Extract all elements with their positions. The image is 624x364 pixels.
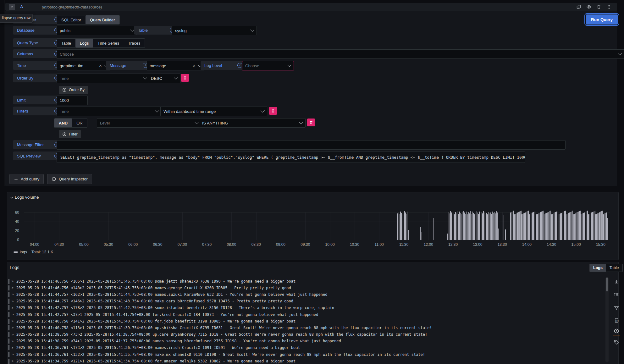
limit-input[interactable] [57, 96, 88, 105]
volume-bar [513, 211, 514, 240]
add-filter-button[interactable]: Filter [59, 130, 81, 138]
log-row[interactable]: > 2025-05-28 15:41:38.759 <74>1 2025-05-… [7, 338, 605, 345]
database-select[interactable]: public [57, 26, 137, 35]
expand-log-chevron-icon[interactable]: > [12, 299, 14, 303]
log-row[interactable]: > 2025-05-28 15:41:46.756 <105>1 2025-05… [7, 278, 605, 284]
expand-log-chevron-icon[interactable]: > [12, 319, 14, 323]
volume-bar [460, 213, 461, 240]
log-row[interactable]: > 2025-05-28 15:41:46.756 <148>2 2025-05… [7, 284, 605, 291]
query-type-table[interactable]: Table [57, 39, 75, 47]
remove-filter-button[interactable] [269, 107, 277, 115]
log-level-select[interactable]: Choose [242, 61, 294, 70]
query-inspector-button[interactable]: Query inspector [47, 174, 92, 184]
message-column-select[interactable]: message ✕ [146, 61, 204, 70]
query-type-traces[interactable]: Traces [124, 39, 145, 47]
volume-bar [457, 211, 457, 240]
duplicate-query-icon[interactable] [576, 4, 581, 9]
x-tick-label: 13:00 [471, 242, 484, 247]
log-row[interactable]: > 2025-05-28 15:41:44.757 <162>1 2025-05… [7, 291, 605, 298]
volume-bar [601, 211, 602, 240]
order-by-field-select[interactable]: Time [57, 74, 150, 83]
expand-log-chevron-icon[interactable]: > [12, 279, 14, 283]
condition-operator-select[interactable]: IS ANYTHING [199, 118, 306, 128]
volume-bar [570, 212, 571, 240]
explore-page: A (info8fcc-greptimedb-datasource) pe i … [0, 0, 624, 364]
expand-log-chevron-icon[interactable]: > [12, 292, 14, 296]
collapse-query-row-button[interactable] [9, 4, 15, 10]
volume-bar [551, 214, 552, 240]
volume-bar [495, 213, 496, 240]
query-ref-id[interactable]: A [20, 4, 23, 9]
labels-tag-icon[interactable] [614, 339, 619, 345]
scroll-to-bottom-icon[interactable] [614, 279, 619, 285]
info-icon[interactable]: i [237, 63, 242, 68]
expand-log-chevron-icon[interactable]: > [12, 306, 14, 310]
expand-log-chevron-icon[interactable]: > [12, 359, 14, 363]
condition-field-select[interactable]: Level [97, 118, 201, 128]
message-filter-input[interactable] [57, 140, 566, 150]
log-row[interactable]: > 2025-05-28 15:41:40.758 <141>2 2025-05… [7, 318, 605, 324]
time-column-select[interactable]: greptime_tim... ✕ [57, 61, 111, 70]
volume-bar [564, 211, 565, 240]
volume-bar [472, 212, 473, 240]
filter-funnel-icon[interactable] [614, 305, 619, 311]
expand-log-chevron-icon[interactable]: > [12, 286, 14, 290]
or-option[interactable]: OR [72, 119, 87, 127]
x-tick-label: 06:30 [151, 242, 165, 247]
query-type-time-series[interactable]: Time Series [93, 39, 124, 47]
log-details-icon[interactable]: LOG [614, 317, 619, 323]
log-row[interactable]: > 2025-05-28 15:41:38.759 <73>2 2025-05-… [7, 331, 605, 338]
remove-condition-button[interactable] [307, 119, 315, 126]
x-gridline [231, 212, 232, 240]
logs-volume-chart[interactable]: 020406004:0004:3005:0005:3006:0006:3007:… [7, 192, 618, 260]
hide-response-eye-icon[interactable] [586, 4, 591, 9]
expand-log-chevron-icon[interactable]: > [12, 339, 14, 343]
toggle-logs[interactable]: Logs [590, 264, 606, 272]
run-query-button[interactable]: Run Query [586, 14, 618, 25]
drag-handle-icon[interactable] [606, 4, 611, 9]
volume-bar [559, 214, 559, 240]
log-row[interactable]: > 2025-05-28 15:41:42.757 <178>2 2025-05… [7, 305, 605, 311]
x-tick-label: 13:30 [495, 242, 509, 247]
expand-log-chevron-icon[interactable]: > [12, 326, 14, 330]
and-option[interactable]: AND [54, 119, 72, 127]
legend-series-name[interactable]: logs [20, 250, 27, 254]
logs-scrollbar[interactable] [605, 277, 609, 362]
order-by-direction-select[interactable]: DESC [148, 74, 180, 83]
volume-bar [545, 213, 546, 240]
expand-log-chevron-icon[interactable]: > [12, 346, 14, 350]
tab-sql-editor[interactable]: SQL Editor [57, 15, 86, 24]
scrollbar-thumb[interactable] [606, 278, 608, 291]
oldest-first-sort-icon[interactable] [614, 292, 619, 297]
remove-query-trash-icon[interactable] [596, 4, 601, 9]
log-row[interactable]: > 2025-05-28 15:41:34.759 <121>1 2025-05… [7, 358, 605, 364]
table-select[interactable]: syslog [172, 26, 257, 35]
x-gridline [330, 212, 330, 240]
clear-value-icon[interactable]: ✕ [99, 64, 102, 68]
log-row[interactable]: > 2025-05-28 15:41:36.761 <132>2 2025-05… [7, 351, 605, 358]
toggle-table[interactable]: Table [606, 264, 622, 272]
tab-query-builder[interactable]: Query Builder [86, 15, 119, 24]
x-tick-label: 14:00 [520, 242, 534, 247]
expand-log-chevron-icon[interactable]: > [12, 352, 14, 356]
log-row[interactable]: > 2025-05-28 15:41:40.758 <113>1 2025-05… [7, 324, 605, 331]
query-type-logs[interactable]: Logs [75, 39, 93, 47]
expand-log-chevron-icon[interactable]: > [12, 333, 14, 337]
remove-order-by-button[interactable] [181, 74, 189, 82]
time-range-icon[interactable] [614, 328, 619, 334]
columns-select[interactable]: Choose [57, 49, 624, 59]
log-row[interactable]: > 2025-05-28 15:41:44.757 <146>2 2025-05… [7, 298, 605, 305]
log-row[interactable]: > 2025-05-28 15:41:42.757 <37>1 2025-05-… [7, 311, 605, 318]
x-gridline [305, 212, 306, 240]
clear-value-icon[interactable]: ✕ [193, 64, 196, 68]
expand-log-chevron-icon[interactable]: > [12, 312, 14, 317]
active-tool-indicator [613, 335, 620, 335]
add-query-button[interactable]: Add query [9, 174, 44, 184]
volume-bar [520, 211, 521, 240]
filter-time-range-select[interactable]: Within dashboard time range [160, 107, 267, 116]
filter-field-select[interactable]: Time [57, 107, 162, 116]
add-order-by-button[interactable]: Order By [59, 86, 88, 94]
log-row[interactable]: > 2025-05-28 15:41:36.761 <173>2 2025-05… [7, 345, 605, 351]
volume-bar [578, 212, 579, 240]
volume-bar [549, 211, 550, 240]
